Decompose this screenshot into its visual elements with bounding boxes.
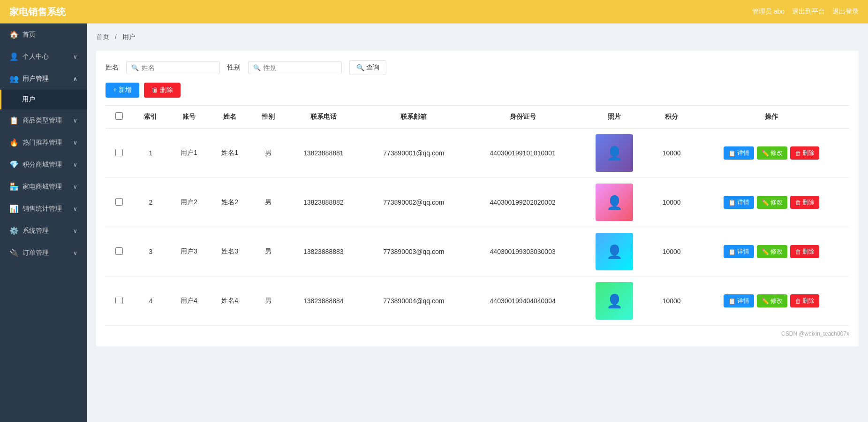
select-all-checkbox[interactable] — [115, 112, 123, 120]
col-gender: 性别 — [250, 106, 286, 129]
col-account: 账号 — [168, 106, 209, 129]
edit-button[interactable]: ✏️ 修改 — [757, 245, 787, 258]
search-button[interactable]: 🔍 查询 — [349, 60, 386, 75]
row-checkbox[interactable] — [115, 247, 123, 255]
name-filter-input-wrap: 🔍 — [126, 61, 220, 74]
detail-label: 详情 — [737, 149, 749, 157]
row-gender: 男 — [250, 178, 286, 227]
row-account: 用户3 — [168, 227, 209, 276]
chevron-down-icon: ∨ — [73, 228, 77, 234]
row-delete-button[interactable]: 🗑 删除 — [790, 245, 819, 258]
avatar-icon: 👤 — [606, 146, 623, 161]
row-checkbox-cell — [106, 276, 133, 326]
detail-button[interactable]: 📋 详情 — [724, 196, 754, 209]
chevron-down-icon: ∨ — [73, 184, 77, 190]
user-mgmt-icon: 👥 — [9, 74, 19, 83]
layout: 🏠 首页 👤 个人中心 ∨ 👥 用户管理 ∧ 用户 📋 商品类型管理 ∨ 🔥 热… — [0, 23, 868, 422]
sidebar-item-system-mgmt[interactable]: ⚙️ 系统管理 ∨ — [0, 220, 87, 242]
row-points: 10000 — [650, 227, 693, 276]
row-email: 773890001@qq.com — [361, 128, 467, 178]
breadcrumb-home[interactable]: 首页 — [96, 33, 109, 40]
row-checkbox[interactable] — [115, 198, 123, 206]
row-delete-button[interactable]: 🗑 删除 — [790, 294, 819, 307]
delete-label: 删除 — [802, 198, 815, 207]
gender-filter-label: 性别 — [227, 63, 241, 72]
row-checkbox[interactable] — [115, 297, 123, 304]
row-name: 姓名4 — [210, 276, 250, 326]
table-header-row: 索引 账号 姓名 性别 联系电话 联系邮箱 身份证号 照片 积分 操作 — [106, 106, 849, 129]
col-name: 姓名 — [210, 106, 250, 129]
app-title: 家电销售系统 — [9, 6, 66, 18]
sidebar-item-label: 商品类型管理 — [23, 116, 62, 125]
row-index: 2 — [133, 178, 168, 227]
row-checkbox[interactable] — [115, 149, 123, 156]
chevron-down-icon: ∨ — [73, 54, 77, 60]
row-delete-button[interactable]: 🗑 删除 — [790, 146, 819, 160]
avatar: 👤 — [596, 134, 633, 172]
delete-label: 删除 — [802, 297, 815, 305]
sidebar-item-hot-recommend[interactable]: 🔥 热门推荐管理 ∨ — [0, 131, 87, 153]
hot-recommend-icon: 🔥 — [9, 138, 19, 147]
edit-button[interactable]: ✏️ 修改 — [757, 294, 787, 307]
row-checkbox-cell — [106, 227, 133, 276]
row-actions-cell: 📋 详情 ✏️ 修改 🗑 删除 — [693, 178, 849, 227]
header: 家电销售系统 管理员 abo 退出到平台 退出登录 — [0, 0, 868, 23]
chevron-down-icon: ∨ — [73, 161, 77, 168]
logout-platform-link[interactable]: 退出到平台 — [792, 8, 825, 16]
row-name: 姓名2 — [210, 178, 250, 227]
sidebar-item-points-mall[interactable]: 💎 积分商城管理 ∨ — [0, 153, 87, 176]
col-checkbox — [106, 106, 133, 129]
sidebar-item-product-type[interactable]: 📋 商品类型管理 ∨ — [0, 109, 87, 131]
logout-link[interactable]: 退出登录 — [832, 8, 859, 16]
sidebar-subitem-user[interactable]: 用户 — [0, 90, 87, 109]
sidebar-item-appliance-mall[interactable]: 🏪 家电商城管理 ∨ — [0, 176, 87, 198]
sidebar-item-sales-stats[interactable]: 📊 销售统计管理 ∨ — [0, 198, 87, 220]
detail-button[interactable]: 📋 详情 — [724, 245, 754, 258]
row-idcard: 440300199404040004 — [467, 276, 579, 326]
profile-icon: 👤 — [9, 52, 19, 61]
row-gender: 男 — [250, 128, 286, 178]
sidebar-item-user-mgmt[interactable]: 👥 用户管理 ∧ — [0, 68, 87, 90]
user-table: 索引 账号 姓名 性别 联系电话 联系邮箱 身份证号 照片 积分 操作 — [106, 105, 849, 326]
detail-label: 详情 — [737, 297, 749, 305]
detail-button[interactable]: 📋 详情 — [724, 146, 754, 160]
row-name: 姓名1 — [210, 128, 250, 178]
edit-icon: ✏️ — [762, 199, 769, 206]
detail-icon: 📋 — [728, 298, 736, 305]
row-delete-button[interactable]: 🗑 删除 — [790, 196, 819, 209]
sidebar-item-label: 系统管理 — [23, 227, 49, 235]
row-account: 用户2 — [168, 178, 209, 227]
edit-button[interactable]: ✏️ 修改 — [757, 146, 787, 160]
chevron-down-icon: ∨ — [73, 206, 77, 212]
gender-search-input[interactable] — [264, 64, 337, 71]
sidebar-item-order-mgmt[interactable]: 🔌 订单管理 ∨ — [0, 242, 87, 264]
points-mall-icon: 💎 — [9, 160, 19, 169]
row-phone: 13823888881 — [286, 128, 361, 178]
breadcrumb-current: 用户 — [122, 33, 136, 40]
detail-button[interactable]: 📋 详情 — [724, 294, 754, 307]
row-photo: 👤 — [579, 178, 650, 227]
delete-button-label: 🗑 删除 — [151, 86, 173, 94]
row-index: 4 — [133, 276, 168, 326]
edit-label: 修改 — [770, 297, 783, 305]
add-button[interactable]: + 新增 — [106, 83, 139, 98]
col-index: 索引 — [133, 106, 168, 129]
row-checkbox-cell — [106, 128, 133, 178]
row-idcard: 440300199303030003 — [467, 227, 579, 276]
edit-button[interactable]: ✏️ 修改 — [757, 196, 787, 209]
sidebar-item-label: 积分商城管理 — [23, 161, 62, 169]
main-content: 首页 / 用户 姓名 🔍 性别 🔍 🔍 查询 — [87, 23, 868, 422]
chevron-down-icon: ∨ — [73, 139, 77, 146]
row-account: 用户1 — [168, 128, 209, 178]
row-account: 用户4 — [168, 276, 209, 326]
sidebar-subitem-label: 用户 — [22, 95, 35, 104]
sidebar-item-home[interactable]: 🏠 首页 — [0, 23, 87, 46]
name-search-input[interactable] — [142, 64, 215, 71]
header-right: 管理员 abo 退出到平台 退出登录 — [752, 8, 859, 16]
row-checkbox-cell — [106, 178, 133, 227]
action-row: + 新增 🗑 删除 — [106, 83, 849, 98]
row-phone: 13823888883 — [286, 227, 361, 276]
delete-button[interactable]: 🗑 删除 — [144, 83, 181, 98]
avatar-icon: 👤 — [606, 293, 623, 309]
sidebar-item-profile[interactable]: 👤 个人中心 ∨ — [0, 46, 87, 68]
